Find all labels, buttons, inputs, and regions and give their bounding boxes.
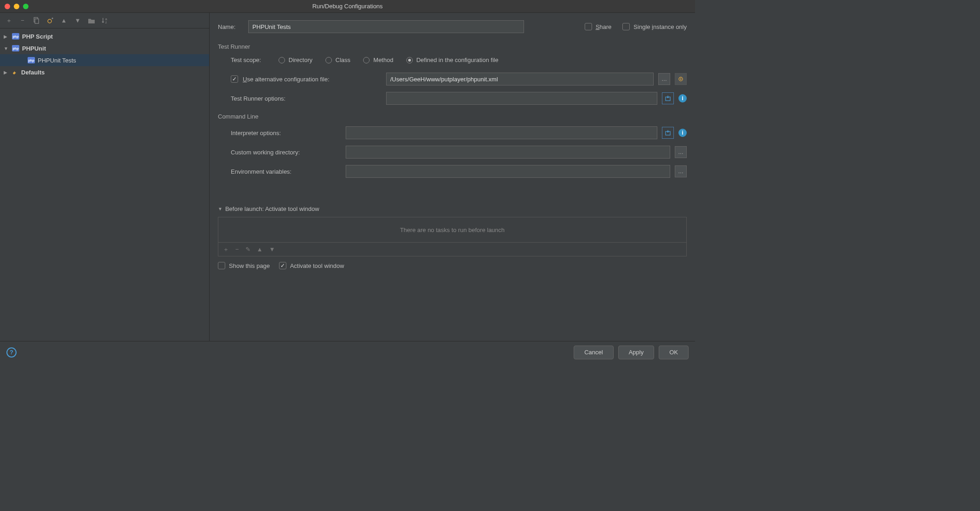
browse-button[interactable]: … xyxy=(658,73,670,85)
svg-text:a: a xyxy=(105,17,107,21)
move-down-icon[interactable]: ▼ xyxy=(74,17,82,25)
share-checkbox[interactable]: Share xyxy=(585,23,612,30)
tree-item-phpunit-tests[interactable]: php PHPUnit Tests xyxy=(0,54,209,66)
collapse-arrow-icon: ▼ xyxy=(4,46,9,51)
expand-arrow-icon: ▶ xyxy=(4,70,9,75)
cwd-label: Custom working directory: xyxy=(231,149,341,156)
env-input[interactable] xyxy=(346,165,670,178)
info-icon[interactable]: i xyxy=(678,129,687,137)
dialog-footer: ? Cancel Apply OK xyxy=(0,341,695,363)
checkbox-icon xyxy=(622,23,630,30)
radio-directory[interactable]: Directory xyxy=(279,57,313,63)
name-input[interactable] xyxy=(248,20,524,33)
close-window-button[interactable] xyxy=(5,4,10,9)
test-scope-label: Test scope: xyxy=(231,57,261,63)
no-tasks-placeholder: There are no tasks to run before launch xyxy=(218,217,687,243)
svg-point-6 xyxy=(680,79,682,80)
tree-label: PHPUnit Tests xyxy=(38,57,76,64)
insert-macro-button[interactable] xyxy=(662,127,674,139)
remove-task-icon[interactable]: − xyxy=(235,246,239,253)
wrench-icon xyxy=(12,69,18,75)
checkbox-icon xyxy=(218,262,225,269)
sort-icon[interactable]: az xyxy=(101,17,109,25)
cwd-input[interactable] xyxy=(346,146,670,159)
window-controls xyxy=(0,4,28,9)
checkbox-icon xyxy=(585,23,592,30)
svg-text:z: z xyxy=(105,21,107,24)
remove-config-icon[interactable]: − xyxy=(18,17,27,25)
folder-icon[interactable] xyxy=(87,17,96,25)
radio-label: Method xyxy=(373,57,393,63)
tree-label: PHPUnit xyxy=(22,45,46,52)
tree-item-defaults[interactable]: ▶ Defaults xyxy=(0,66,209,78)
command-line-section-title: Command Line xyxy=(218,113,687,120)
test-runner-section-title: Test Runner xyxy=(218,43,687,50)
add-task-icon[interactable]: ＋ xyxy=(223,245,229,254)
ok-button[interactable]: OK xyxy=(659,346,689,359)
help-icon[interactable]: ? xyxy=(6,347,17,358)
alt-config-file-input[interactable] xyxy=(386,73,654,85)
apply-button[interactable]: Apply xyxy=(618,346,655,359)
insert-macro-button[interactable] xyxy=(662,92,674,104)
maximize-window-button[interactable] xyxy=(23,4,28,9)
interpreter-options-label: Interpreter options: xyxy=(231,130,341,136)
add-config-icon[interactable]: ＋ xyxy=(5,17,13,25)
interpreter-options-input[interactable] xyxy=(346,126,657,139)
checkbox-icon xyxy=(231,75,238,83)
sidebar: ＋ − ▲ ▼ az ▶ php PHP Script xyxy=(0,13,210,341)
minimize-window-button[interactable] xyxy=(14,4,19,9)
radio-label: Directory xyxy=(289,57,313,63)
single-instance-checkbox[interactable]: Single instance only xyxy=(622,23,687,30)
env-label: Environment variables: xyxy=(231,168,341,175)
cancel-button[interactable]: Cancel xyxy=(574,346,613,359)
name-label: Name: xyxy=(218,23,244,30)
activate-tool-window-label: Activate tool window xyxy=(290,262,344,269)
sidebar-toolbar: ＋ − ▲ ▼ az xyxy=(0,13,209,28)
copy-config-icon[interactable] xyxy=(32,17,40,25)
browse-button[interactable]: … xyxy=(675,165,687,177)
before-launch-toolbar: ＋ − ✎ ▲ ▼ xyxy=(218,243,687,256)
activate-tool-window-checkbox[interactable]: Activate tool window xyxy=(279,262,344,269)
show-this-page-label: Show this page xyxy=(229,262,270,269)
edit-task-icon[interactable]: ✎ xyxy=(245,246,251,253)
tree-item-phpunit[interactable]: ▼ php PHPUnit xyxy=(0,42,209,54)
before-launch-header[interactable]: ▼ Before launch: Activate tool window xyxy=(218,205,687,212)
config-settings-button[interactable] xyxy=(675,73,687,85)
expand-arrow-icon: ▶ xyxy=(4,34,9,39)
collapse-arrow-icon: ▼ xyxy=(218,206,222,211)
php-badge-icon: php xyxy=(12,45,19,51)
radio-label: Defined in the configuration file xyxy=(416,57,499,63)
edit-defaults-icon[interactable] xyxy=(46,17,54,25)
before-launch-label: Before launch: Activate tool window xyxy=(225,205,319,212)
single-instance-label: Single instance only xyxy=(633,23,687,30)
radio-label: Class xyxy=(336,57,351,63)
show-this-page-checkbox[interactable]: Show this page xyxy=(218,262,270,269)
share-label: Share xyxy=(596,23,612,30)
radio-method[interactable]: Method xyxy=(363,57,393,63)
tree-label: Defaults xyxy=(21,69,45,76)
php-badge-icon: php xyxy=(28,57,35,63)
use-alt-config-checkbox[interactable]: Use alternative configuration file: xyxy=(231,75,382,83)
browse-button[interactable]: … xyxy=(675,146,687,158)
php-badge-icon: php xyxy=(12,33,19,40)
titlebar: Run/Debug Configurations xyxy=(0,0,695,13)
content-panel: Name: Share Single instance only Test Ru… xyxy=(210,13,695,341)
checkbox-icon xyxy=(279,262,286,269)
move-up-icon[interactable]: ▲ xyxy=(60,17,68,25)
svg-point-2 xyxy=(48,19,51,23)
move-up-icon[interactable]: ▲ xyxy=(257,246,263,253)
tree-item-php-script[interactable]: ▶ php PHP Script xyxy=(0,30,209,42)
runner-options-input[interactable] xyxy=(386,92,657,105)
window-title: Run/Debug Configurations xyxy=(0,3,695,10)
info-icon[interactable]: i xyxy=(678,94,687,102)
runner-options-label: Test Runner options: xyxy=(231,95,382,102)
config-tree: ▶ php PHP Script ▼ php PHPUnit php PHPUn… xyxy=(0,28,209,341)
tree-label: PHP Script xyxy=(22,33,53,40)
radio-class[interactable]: Class xyxy=(325,57,351,63)
svg-rect-1 xyxy=(35,19,39,23)
use-alt-config-label: Use alternative configuration file: xyxy=(243,76,330,83)
move-down-icon[interactable]: ▼ xyxy=(269,246,275,253)
radio-defined[interactable]: Defined in the configuration file xyxy=(406,57,499,63)
